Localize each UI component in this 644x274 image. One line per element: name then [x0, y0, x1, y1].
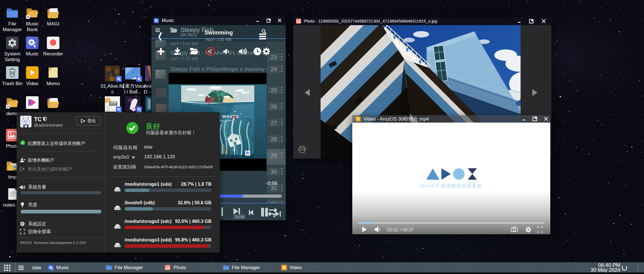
svg-text:KMNZ: KMNZ — [110, 103, 117, 105]
svg-text:WAVES: WAVES — [222, 114, 239, 119]
svg-text:MUSIC: MUSIC — [246, 155, 249, 156]
